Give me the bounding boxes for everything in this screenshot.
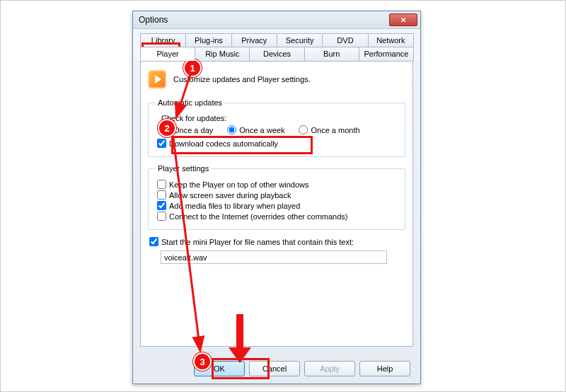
close-button[interactable]: ✕ [389,13,417,26]
start-mini-label: Start the mini Player for file names tha… [161,238,354,246]
update-frequency-option[interactable]: Once a month [299,125,359,134]
download-codecs-label: Download codecs automatically [169,139,278,148]
legend-automatic-updates: Automatic updates [156,98,224,107]
group-player-settings: Player settings Keep the Player on top o… [148,164,405,230]
tab-performance[interactable]: Performance [359,47,414,61]
tabs-container: LibraryPlug-insPrivacySecurityDVDNetwork… [133,29,420,61]
window-title: Options [139,15,389,25]
player-setting-row: Add media files to library when played [157,201,398,210]
intro-text: Customize updates and Player settings. [173,75,311,83]
update-frequency-label: Once a week [239,126,284,134]
ok-button[interactable]: OK [194,361,245,376]
help-button[interactable]: Help [359,361,410,376]
player-setting-label: Keep the Player on top of other windows [169,180,309,189]
player-icon [148,70,166,88]
player-setting-label: Allow screen saver during playback [169,191,291,200]
player-setting-checkbox[interactable] [157,180,166,189]
player-setting-row: Connect to the Internet (overrides other… [157,212,398,221]
start-mini-row: Start the mini Player for file names tha… [149,237,405,246]
update-frequency-radio[interactable] [227,125,236,134]
download-codecs-row: Download codecs automatically [157,139,398,148]
player-setting-checkbox[interactable] [157,201,166,210]
player-setting-checkbox[interactable] [157,190,166,200]
options-dialog: Options ✕ LibraryPlug-insPrivacySecurity… [132,11,421,384]
group-automatic-updates: Automatic updates Check for updates: Onc… [148,98,405,157]
start-mini-checkbox[interactable] [149,237,158,246]
tab-player[interactable]: Player [140,47,195,61]
update-frequency-row: Once a dayOnce a weekOnce a month [161,125,398,134]
tab-security[interactable]: Security [277,33,323,47]
player-setting-row: Allow screen saver during playback [157,190,398,200]
dialog-buttons: OK Cancel Apply Help [194,361,410,376]
apply-button[interactable]: Apply [304,361,355,376]
player-setting-label: Connect to the Internet (overrides other… [169,212,348,221]
cancel-button[interactable]: Cancel [249,361,300,376]
download-codecs-checkbox[interactable] [157,139,166,148]
update-frequency-radio[interactable] [299,125,308,134]
tab-network[interactable]: Network [368,33,414,47]
tab-privacy[interactable]: Privacy [231,33,277,47]
tab-devices[interactable]: Devices [249,47,304,61]
update-frequency-label: Once a month [311,126,359,134]
check-updates-label: Check for updates: [161,114,398,122]
tab-rip-music[interactable]: Rip Music [195,47,250,61]
tab-player-pane: Customize updates and Player settings. A… [140,61,413,347]
tab-burn[interactable]: Burn [304,47,359,61]
title-bar: Options ✕ [133,11,420,29]
tab-library[interactable]: Library [140,33,186,47]
legend-player-settings: Player settings [156,164,211,173]
intro-row: Customize updates and Player settings. [148,70,405,88]
tab-dvd[interactable]: DVD [322,33,368,47]
update-frequency-option[interactable]: Once a week [227,125,284,134]
update-frequency-option[interactable]: Once a day [161,125,213,134]
close-icon: ✕ [400,16,406,24]
update-frequency-label: Once a day [173,126,213,134]
tab-plug-ins[interactable]: Plug-ins [185,33,231,47]
update-frequency-radio[interactable] [161,125,171,134]
mini-filter-input[interactable] [161,250,387,264]
player-setting-row: Keep the Player on top of other windows [157,180,398,189]
player-setting-label: Add media files to library when played [169,202,300,210]
player-setting-checkbox[interactable] [157,212,166,221]
